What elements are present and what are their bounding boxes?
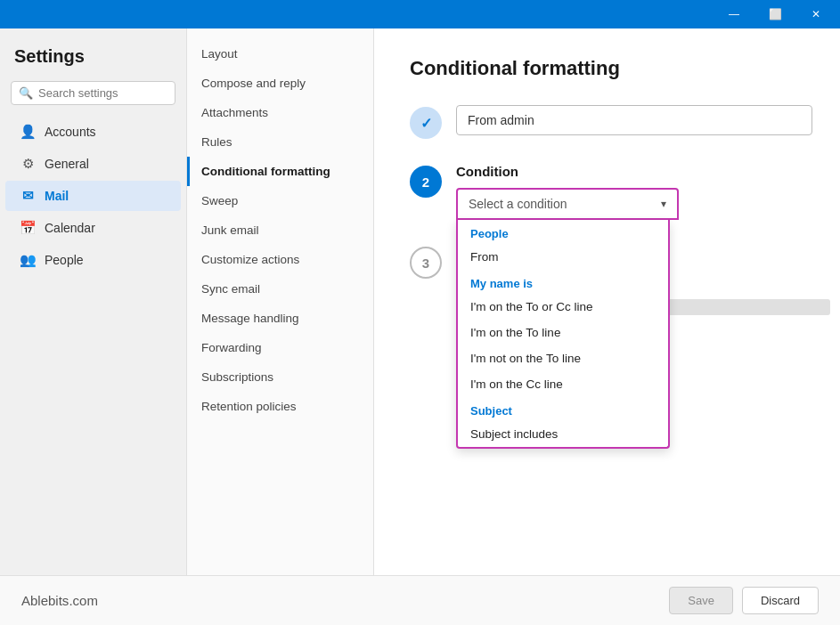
- middle-item-junk[interactable]: Junk email: [187, 215, 373, 245]
- app-window: Settings 🔍 👤 Accounts ⚙ General ✉ Mail 📅…: [0, 28, 840, 575]
- step1-row: ✓: [410, 105, 804, 139]
- footer: Ablebits.com Save Discard: [0, 575, 840, 625]
- people-icon: 👥: [20, 252, 36, 268]
- brand-name: Ablebits: [21, 593, 69, 608]
- step2-row: 2 Condition Select a condition ▾ People …: [410, 164, 804, 220]
- group-label-my-name: My name is: [458, 270, 668, 294]
- middle-item-layout[interactable]: Layout: [187, 39, 373, 69]
- titlebar: — ⬜ ✕: [0, 0, 840, 28]
- brand-logo: Ablebits.com: [21, 593, 98, 608]
- group-label-subject: Subject: [458, 397, 668, 421]
- dropdown-placeholder: Select a condition: [469, 197, 567, 211]
- middle-item-compose[interactable]: Compose and reply: [187, 69, 373, 98]
- sidebar-title: Settings: [0, 39, 186, 81]
- sidebar-item-label: Mail: [45, 189, 69, 203]
- sidebar-item-accounts[interactable]: 👤 Accounts: [5, 117, 181, 147]
- condition-dropdown-menu: People From My name is I'm on the To or …: [456, 220, 670, 449]
- middle-item-message[interactable]: Message handling: [187, 304, 373, 333]
- search-input[interactable]: [38, 86, 167, 100]
- general-icon: ⚙: [20, 156, 36, 172]
- step1-circle: ✓: [410, 107, 442, 139]
- sidebar-item-label: People: [45, 253, 84, 267]
- sidebar-item-general[interactable]: ⚙ General: [5, 149, 181, 179]
- option-not-to[interactable]: I'm not on the To line: [458, 345, 668, 371]
- sidebar: Settings 🔍 👤 Accounts ⚙ General ✉ Mail 📅…: [0, 28, 187, 575]
- search-icon: 🔍: [19, 86, 33, 100]
- condition-dropdown-wrapper: Select a condition ▾ People From My name…: [456, 188, 679, 220]
- sidebar-item-calendar[interactable]: 📅 Calendar: [5, 213, 181, 243]
- step3-circle: 3: [410, 247, 442, 279]
- footer-actions: Save Discard: [669, 587, 819, 614]
- sidebar-item-label: General: [45, 157, 89, 171]
- middle-item-subscriptions[interactable]: Subscriptions: [187, 362, 373, 392]
- option-subject-includes[interactable]: Subject includes: [458, 421, 668, 447]
- discard-button[interactable]: Discard: [742, 587, 819, 614]
- search-box: 🔍: [11, 81, 175, 105]
- calendar-icon: 📅: [20, 220, 36, 236]
- close-button[interactable]: ✕: [795, 0, 836, 28]
- middle-item-conditional[interactable]: Conditional formatting: [187, 157, 373, 186]
- step2-content: Condition Select a condition ▾ People Fr…: [456, 164, 804, 220]
- option-to[interactable]: I'm on the To line: [458, 320, 668, 345]
- sidebar-item-people[interactable]: 👥 People: [5, 245, 181, 275]
- middle-item-forwarding[interactable]: Forwarding: [187, 333, 373, 362]
- step1-content: [456, 105, 812, 135]
- minimize-button[interactable]: —: [714, 0, 754, 28]
- option-from[interactable]: From: [458, 244, 668, 270]
- middle-item-attachments[interactable]: Attachments: [187, 98, 373, 127]
- step1-name-input[interactable]: [456, 105, 812, 135]
- page-title: Conditional formatting: [410, 57, 804, 80]
- main-content: Conditional formatting ✓ 2 Condition Sel…: [374, 28, 840, 575]
- brand-suffix: .com: [69, 593, 98, 608]
- sidebar-item-label: Calendar: [45, 221, 95, 235]
- maximize-button[interactable]: ⬜: [754, 0, 795, 28]
- condition-dropdown-trigger[interactable]: Select a condition ▾: [456, 188, 679, 220]
- option-cc[interactable]: I'm on the Cc line: [458, 371, 668, 397]
- middle-item-sweep[interactable]: Sweep: [187, 186, 373, 215]
- middle-item-rules[interactable]: Rules: [187, 127, 373, 157]
- middle-item-retention[interactable]: Retention policies: [187, 392, 373, 421]
- step2-label: Condition: [456, 164, 804, 179]
- chevron-down-icon: ▾: [661, 198, 666, 210]
- sidebar-item-mail[interactable]: ✉ Mail: [5, 181, 181, 211]
- accounts-icon: 👤: [20, 124, 36, 140]
- middle-panel: Layout Compose and reply Attachments Rul…: [187, 28, 374, 575]
- save-button[interactable]: Save: [669, 587, 733, 614]
- step2-circle: 2: [410, 166, 442, 198]
- mail-icon: ✉: [20, 188, 36, 204]
- group-label-people: People: [458, 220, 668, 244]
- middle-item-sync[interactable]: Sync email: [187, 274, 373, 304]
- middle-item-customize[interactable]: Customize actions: [187, 245, 373, 274]
- option-to-cc[interactable]: I'm on the To or Cc line: [458, 294, 668, 320]
- window-controls: — ⬜ ✕: [714, 0, 836, 28]
- sidebar-item-label: Accounts: [45, 125, 96, 139]
